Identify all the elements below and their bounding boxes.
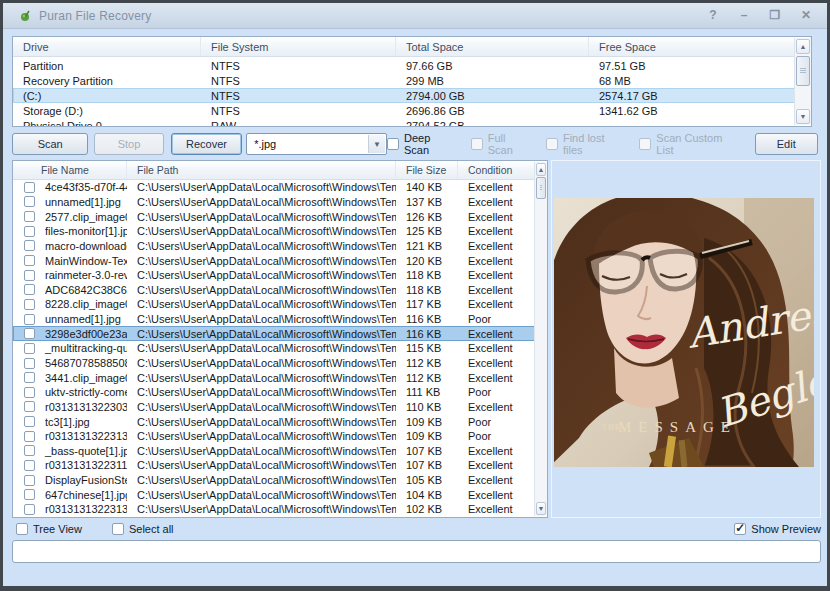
checkbox-icon[interactable] bbox=[24, 489, 35, 500]
file-scrollbar-thumb[interactable] bbox=[536, 177, 546, 199]
checkbox-checked-icon[interactable] bbox=[734, 523, 746, 535]
show-preview-checkbox[interactable]: Show Preview bbox=[734, 523, 821, 535]
freespace-col-header[interactable]: Free Space bbox=[589, 37, 811, 56]
drive-row[interactable]: (C:)NTFS2794.00 GB2574.17 GB bbox=[13, 88, 811, 103]
file-row[interactable]: r03131313223132...C:\Users\User\AppData\… bbox=[13, 502, 547, 517]
file-row[interactable]: rainmeter-3.0-revi...C:\Users\User\AppDa… bbox=[13, 268, 547, 283]
recover-button[interactable]: Recover bbox=[171, 133, 242, 155]
file-row-checkbox[interactable] bbox=[13, 240, 35, 251]
file-row-checkbox[interactable] bbox=[13, 372, 35, 383]
drive-row[interactable]: Recovery PartitionNTFS299 MB68 MB bbox=[13, 73, 811, 88]
file-row-checkbox[interactable] bbox=[13, 416, 35, 427]
filetype-filter-combo[interactable]: *.jpg ▼ bbox=[246, 133, 387, 155]
totalspace-col-header[interactable]: Total Space bbox=[396, 37, 589, 56]
file-row-checkbox[interactable] bbox=[13, 445, 35, 456]
file-row[interactable]: _multitracking-quo...C:\Users\User\AppDa… bbox=[13, 341, 547, 356]
file-row[interactable]: 3441.clip_image0...C:\Users\User\AppData… bbox=[13, 370, 547, 385]
file-row[interactable]: r0313131322303[...C:\Users\User\AppData\… bbox=[13, 400, 547, 415]
drive-row[interactable]: Storage (D:)NTFS2696.86 GB1341.62 GB bbox=[13, 103, 811, 118]
file-row[interactable]: unnamed[1].jpgC:\Users\User\AppData\Loca… bbox=[13, 195, 547, 210]
scroll-down-icon[interactable]: ▼ bbox=[796, 109, 810, 124]
file-scrollbar[interactable]: ▲ ▼ bbox=[534, 162, 547, 516]
checkbox-icon[interactable] bbox=[24, 270, 35, 281]
filesystem-col-header[interactable]: File System bbox=[201, 37, 396, 56]
status-field[interactable] bbox=[12, 540, 821, 563]
checkbox-icon[interactable] bbox=[24, 372, 35, 383]
edit-button[interactable]: Edit bbox=[755, 133, 818, 155]
file-row-checkbox[interactable] bbox=[13, 255, 35, 266]
checkbox-icon[interactable] bbox=[24, 431, 35, 442]
drive-col-header[interactable]: Drive bbox=[13, 37, 201, 56]
checkbox-icon[interactable] bbox=[24, 255, 35, 266]
checkbox-icon[interactable] bbox=[24, 211, 35, 222]
checkbox-icon[interactable] bbox=[16, 523, 28, 535]
file-row-checkbox[interactable] bbox=[13, 299, 35, 310]
file-row[interactable]: files-monitor[1].jpgC:\Users\User\AppDat… bbox=[13, 224, 547, 239]
file-row-checkbox[interactable] bbox=[13, 489, 35, 500]
checkbox-icon[interactable] bbox=[24, 358, 35, 369]
checkbox-icon[interactable] bbox=[24, 182, 35, 193]
drive-scrollbar-thumb[interactable] bbox=[796, 56, 810, 86]
file-row[interactable]: 8228.clip_image0...C:\Users\User\AppData… bbox=[13, 297, 547, 312]
file-row-checkbox[interactable] bbox=[13, 358, 35, 369]
scroll-down-icon[interactable]: ▼ bbox=[536, 502, 546, 515]
checkbox-icon[interactable] bbox=[24, 445, 35, 456]
chevron-down-icon[interactable]: ▼ bbox=[368, 135, 385, 153]
file-row-checkbox[interactable] bbox=[13, 211, 35, 222]
scroll-up-icon[interactable]: ▲ bbox=[796, 39, 810, 54]
restore-button[interactable]: ❒ bbox=[764, 7, 786, 24]
checkbox-icon[interactable] bbox=[24, 299, 35, 310]
checkbox-icon[interactable] bbox=[24, 226, 35, 237]
file-row[interactable]: uktv-strictly-come...C:\Users\User\AppDa… bbox=[13, 385, 547, 400]
file-row-checkbox[interactable] bbox=[13, 460, 35, 471]
filename-col-header[interactable]: File Name bbox=[35, 161, 127, 179]
file-row-checkbox[interactable] bbox=[13, 226, 35, 237]
file-row-checkbox[interactable] bbox=[13, 504, 35, 515]
file-row[interactable]: tc3[1].jpgC:\Users\User\AppData\Local\Mi… bbox=[13, 414, 547, 429]
checkbox-icon[interactable] bbox=[387, 138, 399, 150]
file-row-checkbox[interactable] bbox=[13, 343, 35, 354]
checkbox-icon[interactable] bbox=[24, 475, 35, 486]
checkbox-icon[interactable] bbox=[112, 523, 124, 535]
filesize-col-header[interactable]: File Size bbox=[396, 161, 458, 179]
checkbox-icon[interactable] bbox=[24, 416, 35, 427]
drive-row[interactable]: Physical Drive 0RAW2794.52 GB- bbox=[13, 118, 811, 127]
checkbox-icon[interactable] bbox=[24, 328, 35, 339]
checkbox-icon[interactable] bbox=[24, 284, 35, 295]
file-row-checkbox[interactable] bbox=[13, 431, 35, 442]
file-row[interactable]: MainWindow-Text...C:\Users\User\AppData\… bbox=[13, 253, 547, 268]
file-row[interactable]: macro-downloade...C:\Users\User\AppData\… bbox=[13, 239, 547, 254]
checkbox-icon[interactable] bbox=[24, 401, 35, 412]
file-row[interactable]: r0313131322311[...C:\Users\User\AppData\… bbox=[13, 458, 547, 473]
file-row[interactable]: DisplayFusionStea...C:\Users\User\AppDat… bbox=[13, 473, 547, 488]
file-row[interactable]: r0313131322313[...C:\Users\User\AppData\… bbox=[13, 429, 547, 444]
tree-view-checkbox[interactable]: Tree View bbox=[16, 523, 82, 535]
scan-button[interactable]: Scan bbox=[12, 133, 88, 155]
file-row-checkbox[interactable] bbox=[13, 196, 35, 207]
filepath-col-header[interactable]: File Path bbox=[127, 161, 396, 179]
close-button[interactable]: ✕ bbox=[795, 7, 817, 24]
scroll-up-icon[interactable]: ▲ bbox=[536, 163, 546, 176]
file-row-checkbox[interactable] bbox=[13, 387, 35, 398]
deep-scan-checkbox[interactable]: Deep Scan bbox=[387, 132, 458, 156]
checkbox-icon[interactable] bbox=[24, 314, 35, 325]
file-row[interactable]: 4ce43f35-d70f-44...C:\Users\User\AppData… bbox=[13, 180, 547, 195]
file-row[interactable]: 2577.clip_image0...C:\Users\User\AppData… bbox=[13, 209, 547, 224]
file-row-checkbox[interactable] bbox=[13, 328, 35, 339]
checkbox-icon[interactable] bbox=[24, 240, 35, 251]
file-row[interactable]: _bass-quote[1].jpgC:\Users\User\AppData\… bbox=[13, 444, 547, 459]
file-row-checkbox[interactable] bbox=[13, 314, 35, 325]
file-row-checkbox[interactable] bbox=[13, 284, 35, 295]
drive-scrollbar[interactable]: ▲ ▼ bbox=[794, 38, 811, 125]
file-row[interactable]: unnamed[1].jpgC:\Users\User\AppData\Loca… bbox=[13, 312, 547, 327]
drive-row[interactable]: PartitionNTFS97.66 GB97.51 GB bbox=[13, 58, 811, 73]
file-row-checkbox[interactable] bbox=[13, 401, 35, 412]
file-row[interactable]: ADC6842C38C68...C:\Users\User\AppData\Lo… bbox=[13, 282, 547, 297]
select-all-checkbox[interactable]: Select all bbox=[112, 523, 174, 535]
file-row-checkbox[interactable] bbox=[13, 182, 35, 193]
checkbox-icon[interactable] bbox=[24, 460, 35, 471]
checkbox-icon[interactable] bbox=[24, 343, 35, 354]
file-row[interactable]: 3298e3df00e23aa...C:\Users\User\AppData\… bbox=[13, 326, 547, 341]
file-row[interactable]: 54687078588508...C:\Users\User\AppData\L… bbox=[13, 356, 547, 371]
help-button[interactable]: ? bbox=[702, 7, 724, 24]
